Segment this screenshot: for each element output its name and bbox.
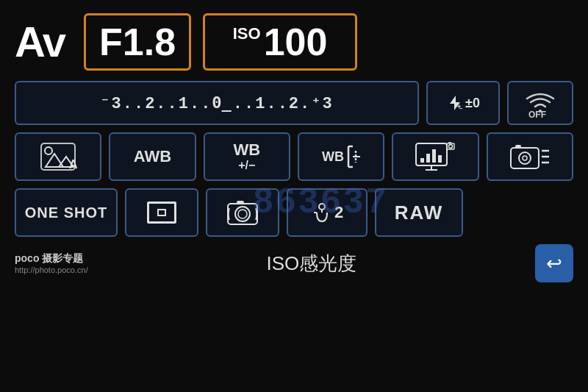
- flash-icon: + −: [446, 94, 464, 112]
- svg-rect-25: [511, 148, 539, 168]
- aperture-box[interactable]: F1.8: [84, 13, 191, 71]
- live-view-cell[interactable]: [206, 188, 279, 237]
- svg-rect-24: [448, 142, 451, 143]
- bottom-iso-label: ISO感光度: [266, 251, 356, 277]
- wifi-content: OFF: [521, 86, 559, 121]
- svg-rect-18: [432, 149, 436, 163]
- raw-cell[interactable]: RAW: [375, 188, 463, 237]
- camera-settings-cell[interactable]: [487, 132, 573, 181]
- wb-adjust-cell[interactable]: WB +/−: [204, 132, 290, 181]
- svg-text:OFF: OFF: [528, 110, 546, 118]
- svg-rect-16: [420, 158, 424, 163]
- svg-point-26: [519, 152, 531, 164]
- display-cell[interactable]: [392, 132, 478, 181]
- timer-content: 2: [311, 199, 343, 226]
- camera-screen: 863637 Av F1.8 ISO 100 ⁻3..2..1..0̲..1..…: [0, 0, 588, 392]
- camera-settings-icon: [509, 140, 551, 173]
- wb-bracket-cell[interactable]: WB: [298, 132, 384, 181]
- one-shot-label: ONE SHOT: [25, 204, 107, 221]
- flash-content: + − ±0: [446, 94, 480, 112]
- svg-text:WB: WB: [322, 149, 344, 164]
- svg-point-33: [235, 207, 250, 221]
- bottom-row: poco 摄影专题 http://photo.poco.cn/ ISO感光度 ↩: [15, 244, 573, 282]
- flash-compensation-cell[interactable]: + − ±0: [426, 81, 500, 125]
- timer-cell[interactable]: 2: [287, 188, 368, 237]
- action-row: ONE SHOT: [15, 188, 573, 237]
- metering-icon: A: [38, 140, 78, 173]
- wb-adjust-content: WB +/−: [233, 141, 260, 172]
- svg-rect-17: [426, 154, 430, 163]
- poco-brand: poco 摄影专题: [15, 252, 83, 266]
- timer-icon: [311, 199, 333, 226]
- svg-rect-19: [438, 155, 442, 163]
- af-point-cell[interactable]: [125, 188, 198, 237]
- display-icon: [415, 140, 456, 173]
- svg-text:A: A: [69, 158, 78, 171]
- svg-rect-28: [515, 145, 521, 148]
- exposure-scale: ⁻3..2..1..0̲..1..2.⁺3: [100, 93, 333, 113]
- mode-label: Av: [15, 21, 65, 63]
- icon-grid-row: A AWB WB +/− WB: [15, 132, 573, 181]
- flash-value: ±0: [465, 96, 480, 111]
- wifi-cell[interactable]: OFF: [507, 81, 573, 125]
- poco-url: http://photo.poco.cn/: [15, 266, 88, 274]
- svg-point-27: [523, 156, 527, 160]
- timer-value: 2: [334, 203, 343, 222]
- svg-rect-35: [237, 201, 244, 204]
- wb-bracket-icon: WB: [320, 140, 362, 173]
- wb-cell[interactable]: AWB: [109, 132, 196, 181]
- wb-label: AWB: [134, 147, 171, 166]
- svg-point-34: [238, 210, 247, 218]
- iso-label: ISO: [233, 24, 261, 43]
- af-point-icon: [147, 202, 176, 224]
- back-icon: ↩: [546, 252, 562, 275]
- aperture-value: F1.8: [99, 20, 176, 64]
- iso-box[interactable]: ISO 100: [203, 13, 357, 71]
- iso-value: 100: [264, 20, 328, 64]
- svg-point-7: [45, 147, 52, 154]
- exposure-scale-cell[interactable]: ⁻3..2..1..0̲..1..2.⁺3: [15, 81, 419, 125]
- top-row: Av F1.8 ISO 100: [15, 13, 573, 71]
- metering-cell[interactable]: A: [15, 132, 101, 181]
- wifi-icon: OFF: [521, 86, 559, 118]
- svg-point-23: [449, 145, 453, 149]
- exposure-row: ⁻3..2..1..0̲..1..2.⁺3 + − ±0: [15, 81, 573, 125]
- back-button[interactable]: ↩: [535, 244, 573, 282]
- brand-area: poco 摄影专题 http://photo.poco.cn/: [15, 252, 88, 274]
- svg-text:−: −: [459, 105, 463, 112]
- live-view-icon: [226, 198, 259, 227]
- one-shot-cell[interactable]: ONE SHOT: [15, 188, 118, 237]
- raw-label: RAW: [395, 202, 444, 224]
- svg-point-36: [319, 204, 325, 210]
